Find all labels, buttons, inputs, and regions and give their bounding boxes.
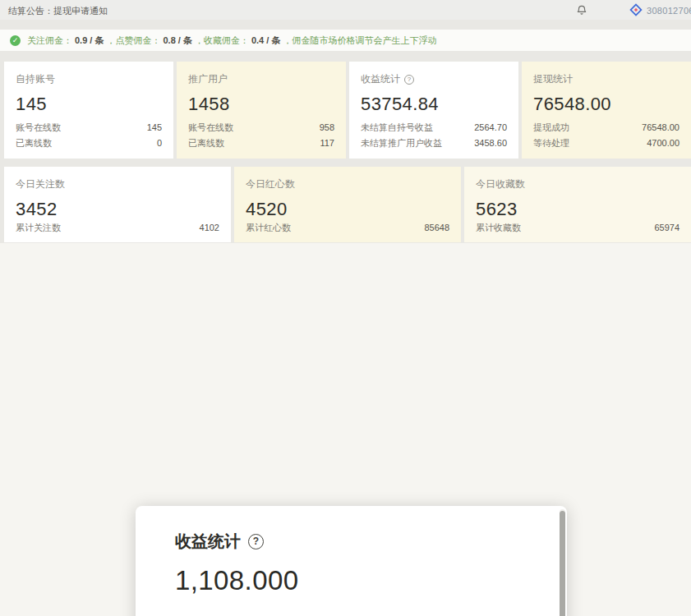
announcement-link[interactable]: 结算公告：提现申请通知 [8,5,108,17]
card-value: 5623 [476,199,679,220]
help-icon[interactable]: ? [404,75,414,85]
row-label: 提现成功 [533,120,569,136]
row-value: 4700.00 [647,136,679,151]
row-value: 4102 [200,220,219,236]
row-value: 3458.60 [474,136,507,151]
card-today-likes: 今日红心数 4520 累计红心数 85648 [234,167,461,242]
row-value: 2564.70 [474,120,507,136]
commission-notice-bar: ✓ 关注佣金： 0.9 / 条 ，点赞佣金： 0.8 / 条 ，收藏佣金： 0.… [0,30,691,51]
card-title: 提现统计 [533,72,679,86]
card-value: 1458 [188,94,334,115]
card-row: 累计收藏数 65974 [476,220,679,236]
help-icon[interactable]: ? [248,534,264,549]
notice-value-collect: 0.4 / 条 [251,34,280,47]
row-label: 累计关注数 [16,220,61,236]
card-title: 自持账号 [16,72,162,86]
card-row: 累计关注数 4102 [16,220,219,236]
card-title: 今日收藏数 [476,177,679,191]
card-row: 未结算推广用户收益 3458.60 [361,136,507,151]
card-income-stats: 收益统计 ? 53754.84 未结算自持号收益 2564.70 未结算推广用户… [349,62,518,159]
row-label: 账号在线数 [188,120,233,136]
row-label: 已离线数 [188,136,224,151]
row-value: 117 [320,136,334,151]
row-label: 累计红心数 [246,220,291,236]
topbar: 结算公告：提现申请通知 308012706 [0,0,691,20]
card-row: 已离线数 0 [16,136,162,151]
card-row: 未结算自持号收益 2564.70 [361,120,507,136]
notice-label-follow: 关注佣金： [27,34,72,47]
row-value: 65974 [654,220,679,236]
row-label: 未结算自持号收益 [361,120,433,136]
card-title: 收益统计 ? [361,72,507,86]
row-value: 958 [320,120,334,136]
notice-label-like: ，点赞佣金： [106,34,160,47]
income-title-row: 收益统计 ? [175,531,509,553]
income-total: 1,108.000 [175,565,509,596]
success-check-icon: ✓ [10,35,21,46]
card-today-follows: 今日关注数 3452 累计关注数 4102 [4,167,231,242]
bell-icon[interactable] [576,4,587,16]
notice-value-like: 0.8 / 条 [163,34,191,47]
card-title: 今日关注数 [16,177,219,191]
notice-tail: ，佣金随市场价格调节会产生上下浮动 [283,34,436,47]
card-row: 提现成功 76548.00 [533,120,679,136]
user-id: 308012706 [647,6,691,16]
card-promo-users: 推广用户 1458 账号在线数 958 已离线数 117 [177,62,346,159]
mobile-stats-panel: 收益统计 ? 1,108.000 未结算自持号收益 0.000 未结算推广用户收… [136,506,567,616]
card-today-collects: 今日收藏数 5623 累计收藏数 65974 [464,167,691,242]
card-withdraw-stats: 提现统计 76548.00 提现成功 76548.00 等待处理 4700.00 [522,62,691,159]
scrollbar-thumb[interactable] [560,511,565,616]
card-title: 今日红心数 [246,177,449,191]
row-value: 145 [147,120,162,136]
stats-row-1: 自持账号 145 账号在线数 145 已离线数 0 推广用户 1458 账号在线… [4,62,691,159]
income-section: 收益统计 ? 1,108.000 未结算自持号收益 0.000 未结算推广用户收… [136,506,567,616]
row-label: 累计收藏数 [476,220,521,236]
income-title: 收益统计 [175,531,241,553]
card-row: 账号在线数 958 [188,120,334,136]
bottom-area: 收益统计 ? 1,108.000 未结算自持号收益 0.000 未结算推广用户收… [0,243,691,616]
card-value: 53754.84 [361,94,507,115]
row-label: 未结算推广用户收益 [361,136,442,151]
card-value: 4520 [246,199,449,220]
card-value: 76548.00 [533,94,679,115]
row-value: 0 [157,136,162,151]
card-row: 已离线数 117 [188,136,334,151]
card-row: 账号在线数 145 [16,120,162,136]
stats-row-2: 今日关注数 3452 累计关注数 4102 今日红心数 4520 累计红心数 8… [4,167,691,242]
row-label: 等待处理 [533,136,569,151]
row-label: 账号在线数 [16,120,61,136]
card-value: 3452 [16,199,219,220]
card-title-text: 收益统计 [361,72,400,86]
card-row: 累计红心数 85648 [246,220,449,236]
row-label: 已离线数 [16,136,52,151]
card-self-accounts: 自持账号 145 账号在线数 145 已离线数 0 [4,62,173,159]
notice-label-collect: ，收藏佣金： [195,34,249,47]
card-row: 等待处理 4700.00 [533,136,679,151]
card-title: 推广用户 [188,72,334,86]
app-logo-diamond-icon[interactable] [629,3,643,16]
card-value: 145 [16,94,162,115]
row-value: 76548.00 [642,120,679,136]
row-value: 85648 [424,220,449,236]
notice-value-follow: 0.9 / 条 [75,34,104,47]
